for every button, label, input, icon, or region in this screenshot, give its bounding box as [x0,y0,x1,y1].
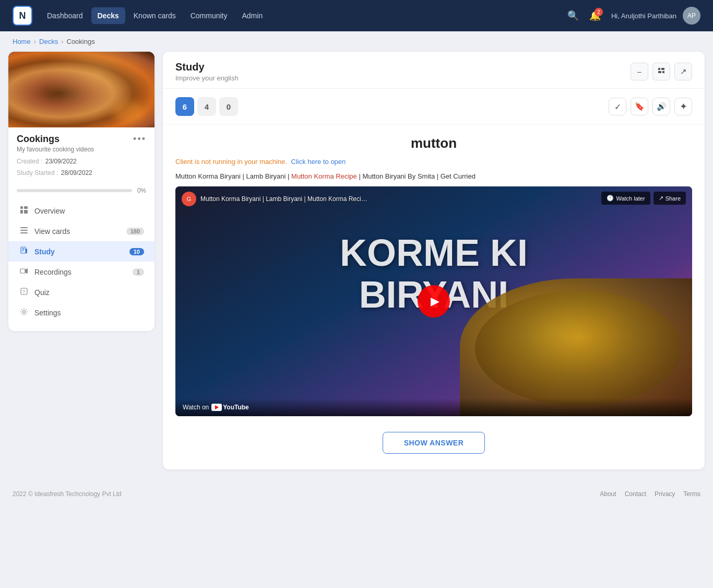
view-cards-icon [19,226,29,236]
breadcrumb-home[interactable]: Home [13,38,31,45]
sidebar-item-label-recordings: Recordings [34,268,72,276]
sidebar-item-settings[interactable]: Settings [8,302,155,323]
avatar[interactable]: AP [683,7,700,25]
nav-link-admin[interactable]: Admin [236,7,269,24]
search-icon: 🔍 [567,10,579,21]
study-icon [19,246,29,256]
show-answer-area: SHOW ANSWER [163,416,705,469]
footer-links: About Contact Privacy Terms [600,490,700,498]
recordings-icon [19,267,29,277]
sidebar-item-label-view-cards: View cards [34,227,70,236]
study-title: Study [175,61,239,73]
watch-on-yt[interactable]: Watch on YouTube [183,404,249,411]
settings-icon [19,308,29,317]
breadcrumb-decks[interactable]: Decks [39,38,58,45]
sidebar-item-recordings[interactable]: Recordings 1 [8,262,155,282]
footer-privacy[interactable]: Privacy [655,490,675,498]
svg-point-16 [23,311,26,313]
quiz-icon: ? [19,287,29,297]
video-top-actions: 🕐 Watch later ↗ Share [601,192,686,205]
youtube-label: YouTube [223,404,249,411]
video-channel-avatar: G [182,192,196,206]
stats-row: 6 4 0 ✓ 🔖 🔊 ✦ [163,89,705,125]
sidebar-item-label-quiz: Quiz [34,288,50,297]
footer-copyright: 2022 © Ideasfresh Techcnology Pvt Ltd [13,490,122,498]
svg-rect-6 [20,232,28,233]
overview-icon [19,206,29,216]
content-area: Study Improve your english – ↗ 6 4 [163,52,705,469]
svg-rect-4 [20,227,28,228]
watch-on-label: Watch on [183,404,209,411]
footer: 2022 © Ideasfresh Techcnology Pvt Ltd Ab… [0,482,713,506]
svg-rect-9 [22,250,25,250]
svg-rect-10 [22,251,23,251]
card-word-area: mutton [163,125,705,156]
search-button[interactable]: 🔍 [563,6,583,26]
notifications-button[interactable]: 🔔 2 [585,6,605,26]
share-button[interactable]: ↗ [674,63,692,80]
stat-grey-2: 0 [219,97,238,116]
progress-percent: 0% [137,187,146,194]
nav-link-known-cards[interactable]: Known cards [127,7,182,24]
user-greeting: Hi, Aruljothi Parthiban [611,12,676,20]
breadcrumb-sep-2: › [61,38,63,45]
footer-contact[interactable]: Contact [625,490,646,498]
sidebar-nav: Overview View cards 180 Study 10 [8,201,155,323]
warning-text: Client is not running in your machine. [175,158,287,166]
notification-badge: 2 [595,8,603,16]
bookmark-action-button[interactable]: 🔖 [631,98,648,115]
play-icon: ▶ [431,295,439,308]
footer-terms[interactable]: Terms [683,490,700,498]
study-badge: 10 [129,248,144,255]
sidebar-item-study[interactable]: Study 10 [8,241,155,262]
svg-rect-11 [26,249,27,253]
svg-rect-20 [662,71,664,73]
video-title-bar: Mutton Korma Biryani | Lamb Biryani | Mu… [163,172,705,186]
footer-about[interactable]: About [600,490,616,498]
share-video-button[interactable]: ↗ Share [653,192,686,205]
deck-name: Cookings [17,134,60,145]
video-embed[interactable]: KORME KI BIRYANI G Mutton Korma Biryani … [175,186,692,416]
volume-action-button[interactable]: 🔊 [652,98,670,115]
stat-grey-1: 4 [197,97,216,116]
nav-link-community[interactable]: Community [184,7,234,24]
sidebar-item-label-overview: Overview [34,207,65,215]
show-answer-button[interactable]: SHOW ANSWER [383,432,485,454]
study-title-block: Study Improve your english [175,61,239,82]
sidebar-item-quiz[interactable]: ? Quiz [8,282,155,302]
collapse-button[interactable]: – [631,63,648,80]
share-video-icon: ↗ [659,195,663,202]
navbar: N Dashboard Decks Known cards Community … [0,0,713,31]
navbar-logo[interactable]: N [13,6,32,26]
nav-link-dashboard[interactable]: Dashboard [41,7,89,24]
video-bottom-bar: Watch on YouTube [175,398,692,416]
click-here-link[interactable]: Click here to open [291,158,346,166]
study-subtitle: Improve your english [175,74,239,82]
watch-later-icon: 🕐 [607,195,614,202]
stat-blue: 6 [175,97,194,116]
check-action-button[interactable]: ✓ [609,98,626,115]
view-cards-badge: 180 [126,228,144,235]
nav-link-decks[interactable]: Decks [91,7,125,24]
watch-later-button[interactable]: 🕐 Watch later [601,192,650,205]
video-channel-info: G Mutton Korma Biryani | Lamb Biryani | … [182,192,367,206]
sidebar-cover [8,52,155,127]
deck-description: My favourite cooking videos [17,146,146,153]
svg-rect-12 [20,269,25,273]
sidebar-item-view-cards[interactable]: View cards 180 [8,221,155,241]
video-play-button[interactable]: ▶ [418,285,450,317]
card-word: mutton [411,135,457,151]
deck-more-button[interactable]: ••• [133,134,146,145]
svg-rect-3 [24,210,28,214]
breadcrumb-sep-1: › [34,38,36,45]
sidebar: Cookings ••• My favourite cooking videos… [8,52,155,331]
card-actions: ✓ 🔖 🔊 ✦ [609,98,692,115]
sidebar-item-overview[interactable]: Overview [8,201,155,221]
svg-rect-1 [20,210,23,214]
youtube-logo-container: YouTube [211,404,249,411]
sidebar-item-label-study: Study [34,248,55,256]
cards-view-button[interactable] [652,63,670,80]
share-action-button[interactable]: ✦ [674,98,692,115]
svg-text:?: ? [22,289,25,295]
deck-meta: Created : 23/09/2022 Study Started : 28/… [17,156,146,179]
